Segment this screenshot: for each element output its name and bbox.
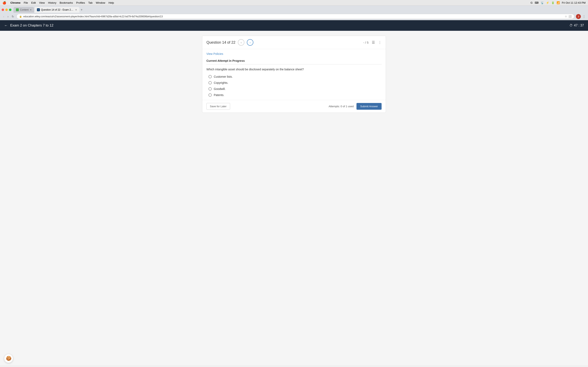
menu-tab[interactable]: Tab [88, 1, 93, 4]
bookmark-star-icon[interactable]: ☆ [565, 15, 567, 18]
traffic-lights [2, 8, 11, 11]
tab-favicon-content [16, 8, 19, 11]
tab-favicon-exam: W [37, 8, 40, 11]
menu-view[interactable]: View [39, 1, 45, 4]
list-item[interactable]: Patents. [208, 93, 381, 97]
tab-content[interactable]: Content ✕ [13, 7, 34, 13]
submit-answer-button[interactable]: Submit Answer [356, 103, 381, 110]
radio-goodwill[interactable] [208, 87, 212, 91]
bluetooth-icon: ⚡ [546, 1, 549, 4]
exam-title: Exam 2 on Chapters 7 to 12 [10, 24, 53, 27]
forward-nav-button[interactable]: › [7, 15, 9, 18]
view-policies-section: View Policies [202, 49, 386, 56]
menubar-right-icons: G ⌨ 📡 ⚡ 🔋 📶 Fri Oct 11 12:43 PM [531, 1, 586, 4]
grammarly-icon: G [531, 1, 533, 4]
back-nav-button[interactable]: ‹ [2, 15, 5, 18]
tab-exam[interactable]: W Question 14 of 22 - Exam 2 o... ✕ [35, 7, 79, 13]
browser-chrome: Content ✕ W Question 14 of 22 - Exam 2 o… [0, 6, 588, 20]
list-item[interactable]: Customer lists. [208, 75, 381, 78]
menu-chrome[interactable]: Chrome [10, 1, 20, 4]
minimize-window-button[interactable] [5, 8, 8, 11]
tab-close-exam[interactable]: ✕ [75, 8, 77, 11]
option-label-copyrights: Copyrights. [214, 81, 228, 84]
list-item[interactable]: Copyrights. [208, 81, 381, 84]
radio-patents[interactable] [208, 93, 212, 97]
toolbar-right: J ⋮ [576, 14, 586, 19]
apple-logo-icon: 🍎 [2, 1, 6, 5]
cookie-icon: 🍪 [6, 356, 11, 361]
airdrop-icon: 📡 [541, 1, 544, 4]
app-header: ← Exam 2 on Chapters 7 to 12 ⏱ 47 : 37 [0, 20, 588, 31]
question-footer: Save for Later Attempts: 0 of 1 used Sub… [202, 100, 386, 113]
battery-icon: 🔋 [551, 1, 554, 4]
timer-icon: ⏱ [570, 24, 573, 27]
menu-help[interactable]: Help [109, 1, 114, 4]
attempts-text: Attempts: 0 of 1 used [329, 105, 354, 108]
tab-label-content: Content [20, 8, 29, 11]
main-content: Question 14 of 22 ‹ › - / 5 ☰ ⋮ View Pol… [0, 31, 588, 365]
answer-options: Customer lists. Copyrights. Goodwill. Pa… [207, 75, 381, 97]
close-window-button[interactable] [2, 8, 4, 11]
prev-question-button[interactable]: ‹ [238, 39, 244, 46]
extensions-icon[interactable]: ⬜ [568, 15, 572, 18]
question-title: Question 14 of 22 [207, 40, 235, 45]
maximize-window-button[interactable] [9, 8, 11, 11]
radio-customer-lists[interactable] [208, 75, 212, 78]
footer-right: Attempts: 0 of 1 used Submit Answer [329, 103, 381, 110]
macos-menubar: 🍎 Chrome File Edit View History Bookmark… [0, 0, 588, 6]
question-more-button[interactable]: ⋮ [378, 40, 381, 45]
address-text: education.wiley.com/was/ui/v2/assessment… [23, 15, 563, 18]
option-label-goodwill: Goodwill. [214, 87, 226, 91]
address-input-wrap[interactable]: 🔒 education.wiley.com/was/ui/v2/assessme… [17, 14, 574, 19]
menu-file[interactable]: File [24, 1, 28, 4]
datetime-label: Fri Oct 11 12:43 PM [562, 1, 586, 4]
secure-icon: 🔒 [19, 15, 22, 18]
menu-profiles[interactable]: Profiles [76, 1, 85, 4]
question-list-button[interactable]: ☰ [372, 40, 375, 45]
radio-copyrights[interactable] [208, 81, 212, 84]
save-for-later-button[interactable]: Save for Later [207, 103, 230, 110]
menu-window[interactable]: Window [96, 1, 105, 4]
tab-bar: Content ✕ W Question 14 of 22 - Exam 2 o… [0, 6, 588, 13]
attempt-status: Current Attempt in Progress [202, 56, 386, 64]
menu-bookmarks[interactable]: Bookmarks [60, 1, 73, 4]
option-label-patents: Patents. [214, 93, 224, 97]
next-question-button[interactable]: › [247, 39, 253, 46]
question-body: Which intangible asset should be disclos… [202, 64, 386, 100]
option-label-customer-lists: Customer lists. [214, 75, 233, 78]
question-header-right: - / 5 ☰ ⋮ [363, 40, 381, 45]
keyboard-icon: ⌨ [535, 1, 539, 4]
timer-label: 47 : 37 [574, 24, 584, 27]
new-tab-button[interactable]: + [80, 8, 83, 12]
tab-label-exam: Question 14 of 22 - Exam 2 o... [41, 8, 74, 11]
menu-edit[interactable]: Edit [31, 1, 36, 4]
menu-history[interactable]: History [48, 1, 56, 4]
view-policies-link[interactable]: View Policies [207, 52, 223, 55]
address-bar: ‹ › ↻ 🔒 education.wiley.com/was/ui/v2/as… [0, 13, 588, 20]
reload-button[interactable]: ↻ [11, 15, 15, 18]
score-display: - / 5 [363, 41, 369, 44]
attempt-status-text: Current Attempt in Progress [207, 59, 245, 62]
timer-display: ⏱ 47 : 37 [570, 24, 584, 27]
question-text: Which intangible asset should be disclos… [207, 68, 381, 71]
question-header: Question 14 of 22 ‹ › - / 5 ☰ ⋮ [202, 36, 386, 49]
back-to-exam-button[interactable]: ← [4, 24, 8, 28]
wifi-icon: 📶 [557, 1, 560, 4]
user-avatar[interactable]: J [576, 14, 581, 19]
cookie-consent-button[interactable]: 🍪 [4, 354, 13, 363]
tab-close-content[interactable]: ✕ [30, 8, 32, 11]
list-item[interactable]: Goodwill. [208, 87, 381, 91]
question-container: Question 14 of 22 ‹ › - / 5 ☰ ⋮ View Pol… [202, 36, 386, 113]
more-options-button[interactable]: ⋮ [582, 15, 586, 18]
